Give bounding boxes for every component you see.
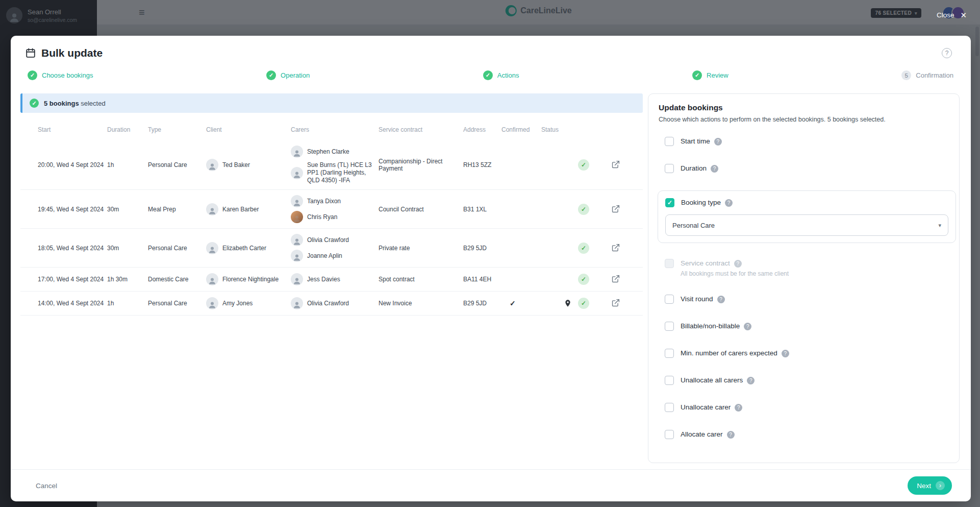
duration-cell: 1h [107, 294, 148, 312]
carer-item: Tanya Dixon [291, 195, 379, 207]
step-item[interactable]: ✓ 5 Confirmation [901, 70, 953, 80]
panel-option: Start time ? ▾ [665, 136, 949, 147]
option-checkbox[interactable] [665, 137, 674, 146]
option-label: Unallocate carer [681, 402, 731, 413]
option-label-row: Duration ? [681, 163, 718, 174]
option-checkbox[interactable] [665, 376, 674, 385]
option-checkbox[interactable] [665, 322, 674, 331]
help-icon[interactable]: ? [717, 296, 725, 303]
step-label: Review [707, 71, 728, 79]
address-cell: BA11 4EH [463, 270, 501, 288]
panel-option: Booking type ? Personal Care ▾ [658, 190, 956, 243]
start-cell: 19:45, Wed 4 Sept 2024 [38, 200, 107, 219]
help-icon[interactable]: ? [725, 199, 733, 207]
option-checkbox[interactable] [665, 198, 674, 207]
cancel-button[interactable]: Cancel [36, 482, 57, 490]
help-icon[interactable]: ? [734, 260, 742, 268]
close-label: Close [937, 11, 954, 19]
selection-count: 5 bookings [44, 100, 79, 107]
column-header: Type [148, 126, 206, 133]
option-checkbox[interactable] [665, 349, 674, 358]
bulk-update-icon [25, 47, 36, 59]
carer-avatar [291, 211, 303, 223]
step-status-icon: ✓ [692, 70, 702, 80]
help-icon[interactable]: ? [711, 165, 718, 173]
client-cell: Ted Baker [206, 153, 291, 177]
type-cell: Personal Care [148, 156, 206, 174]
start-cell: 18:05, Wed 4 Sept 2024 [38, 239, 107, 257]
step-status-icon: ✓ [483, 70, 493, 80]
option-row: Unallocate carer ? [665, 402, 949, 413]
help-icon[interactable]: ? [782, 350, 789, 357]
open-booking-button[interactable] [611, 243, 621, 253]
type-cell: Domestic Care [148, 270, 206, 288]
close-button[interactable]: Close ✕ [937, 11, 967, 19]
option-checkbox[interactable] [665, 430, 674, 439]
carers-cell: Tanya Dixon Chris Ryan [291, 190, 379, 228]
client-name: Amy Jones [222, 300, 253, 307]
open-booking-button[interactable] [611, 160, 621, 170]
option-label: Allocate carer [681, 429, 723, 440]
bookings-table: Start Duration Type Client Carers Servic… [20, 126, 643, 316]
help-icon[interactable]: ? [714, 138, 722, 146]
table-row: 18:05, Wed 4 Sept 2024 30m Personal Care… [20, 229, 643, 268]
start-cell: 20:00, Wed 4 Sept 2024 [38, 156, 107, 174]
option-checkbox[interactable] [665, 295, 674, 304]
panel-option: Billable/non-billable ? ▾ [665, 321, 949, 331]
client-avatar [206, 159, 218, 171]
next-button[interactable]: Next › [908, 476, 952, 495]
option-row: Visit round ? [665, 294, 949, 304]
service-contract-cell: Council Contract [379, 200, 463, 219]
option-label: Billable/non-billable [681, 321, 740, 331]
option-checkbox[interactable] [665, 403, 674, 412]
open-booking-button[interactable] [611, 298, 621, 308]
service-contract-cell: Private rate [379, 239, 463, 257]
option-label-row: Start time ? [681, 136, 722, 147]
client-cell: Amy Jones [206, 292, 291, 315]
booking-type-select[interactable]: Personal Care ▾ [665, 214, 948, 236]
carers-cell: Olivia Crawford Joanne Aplin [291, 229, 379, 267]
option-text: Start time ? [681, 136, 722, 147]
client-name: Florence Nightingale [222, 276, 279, 283]
step-item[interactable]: ✓ Operation [266, 70, 310, 80]
column-header: Service contract [379, 126, 463, 133]
option-text: Min. number of carers expected ? [681, 348, 789, 358]
option-checkbox[interactable] [665, 259, 674, 268]
carer-item: Stephen Clarke [291, 146, 379, 158]
check-icon: ✓ [30, 72, 35, 79]
address-cell: B31 1XL [463, 200, 501, 219]
status-cell: ✓ [541, 204, 611, 215]
step-number: 5 [905, 73, 908, 79]
option-label-row: Unallocate all carers ? [681, 375, 755, 385]
carer-name: Joanne Aplin [307, 252, 342, 260]
open-booking-button[interactable] [611, 204, 621, 214]
table-row: 20:00, Wed 4 Sept 2024 1h Personal Care … [20, 140, 643, 190]
help-icon[interactable]: ? [744, 323, 751, 330]
option-row: Duration ? [665, 163, 949, 174]
option-label-row: Min. number of carers expected ? [681, 348, 789, 358]
duration-cell: 30m [107, 200, 148, 219]
step-item[interactable]: ✓ Actions [483, 70, 519, 80]
start-cell: 14:00, Wed 4 Sept 2024 [38, 294, 107, 312]
type-cell: Personal Care [148, 239, 206, 257]
service-contract-cell: Spot contract [379, 270, 463, 288]
help-icon[interactable]: ? [942, 48, 952, 58]
help-icon[interactable]: ? [735, 404, 742, 412]
close-icon: ✕ [960, 11, 967, 19]
option-text: Duration ? [681, 163, 718, 174]
step-label: Confirmation [916, 71, 953, 79]
help-icon[interactable]: ? [727, 431, 735, 439]
carer-item: Olivia Crawford [291, 297, 379, 309]
panel-title: Update bookings [659, 103, 949, 112]
option-label: Service contract [681, 258, 730, 269]
step-item[interactable]: ✓ Review [692, 70, 728, 80]
step-item[interactable]: ✓ Choose bookings [28, 70, 93, 80]
column-header: Carers [291, 126, 379, 133]
option-row: Allocate carer ? [665, 429, 949, 440]
help-icon[interactable]: ? [747, 377, 755, 384]
modal-body: ✓ 5 bookings selected Start Duration Typ… [11, 89, 971, 469]
column-header: Duration [107, 126, 148, 133]
open-booking-button[interactable] [611, 274, 621, 284]
option-checkbox[interactable] [665, 164, 674, 173]
service-contract-cell: New Invoice [379, 294, 463, 312]
